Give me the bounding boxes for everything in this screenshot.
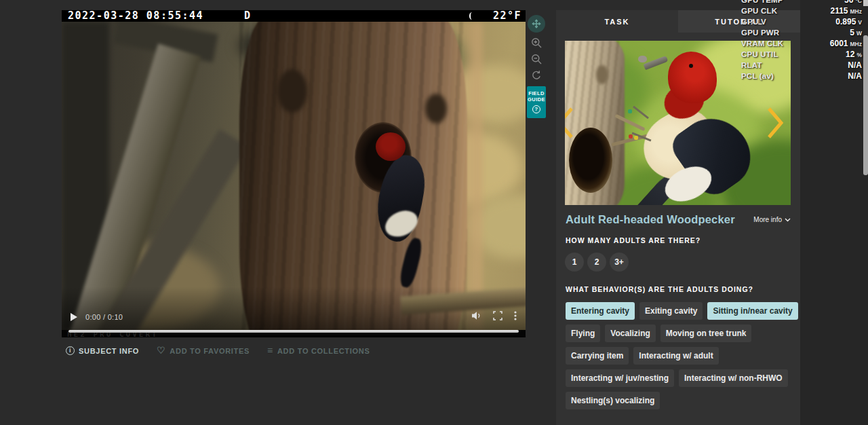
collections-icon: ≡ (267, 346, 273, 355)
bark-knot (425, 94, 447, 124)
zoom-out-icon[interactable] (530, 53, 542, 65)
scrollbar-thumb[interactable] (863, 35, 868, 175)
right-background-strip (800, 0, 868, 425)
count-option-button[interactable]: 2 (587, 253, 606, 272)
more-info-label: More info (753, 216, 782, 223)
behavior-button[interactable]: Interacting w/ juv/nesting (566, 369, 674, 387)
task-tab-bar: TASK TUTORIAL (556, 10, 800, 33)
count-options: 123+ (565, 253, 629, 272)
viewer-tools: FIELD GUIDE ? (527, 15, 546, 118)
tree-trunk-highlight (452, 22, 482, 330)
behavior-button[interactable]: Flying (566, 325, 600, 342)
behavior-options: Entering cavityExiting cavitySitting in/… (566, 302, 800, 414)
osd-mode-flag: D (244, 10, 252, 22)
more-options-icon[interactable] (514, 311, 517, 323)
behavior-button[interactable]: Interacting w/ non-RHWO (679, 369, 788, 387)
reset-view-icon[interactable] (530, 69, 542, 81)
camera-osd-bar: 2022-03-28 08:55:44 D 22°F (62, 10, 526, 22)
field-guide-label: GUIDE (527, 96, 546, 103)
task-panel: TASK TUTORIAL Adult (556, 10, 800, 425)
behavior-button[interactable]: Vocalizing (605, 325, 655, 342)
more-info-toggle[interactable]: More info (753, 216, 791, 223)
video-progress-bar[interactable] (68, 330, 519, 333)
photo-nest-cavity (569, 128, 612, 193)
behavior-button[interactable]: Interacting w/ adult (633, 347, 718, 365)
chevron-down-icon (785, 218, 791, 222)
play-button[interactable] (71, 313, 77, 321)
photo-bird-beak (644, 56, 669, 70)
volume-icon[interactable] (471, 311, 481, 323)
leg-band-yellow (634, 136, 638, 140)
zoom-in-icon[interactable] (530, 37, 542, 49)
field-guide-button[interactable]: FIELD GUIDE ? (527, 86, 546, 118)
osd-temperature: 22°F (493, 10, 521, 22)
behavior-button[interactable]: Nestling(s) vocalizing (566, 392, 660, 409)
photo-food-item (638, 56, 647, 62)
count-option-button[interactable]: 3+ (610, 253, 629, 272)
behavior-button[interactable]: Entering cavity (566, 302, 635, 320)
fullscreen-icon[interactable] (493, 311, 502, 323)
add-to-collections-label: ADD TO COLLECTIONS (277, 347, 370, 355)
add-to-favorites-label: ADD TO FAVORITES (170, 347, 250, 355)
video-controls-bar: 0:00 / 0:10 (62, 308, 526, 327)
behavior-button[interactable]: Exiting cavity (639, 302, 703, 320)
scrollbar-top[interactable] (863, 0, 868, 6)
field-guide-photo (565, 41, 791, 205)
photo-bark-hole (596, 65, 608, 84)
field-guide-label: FIELD (527, 90, 546, 96)
pan-tool-button[interactable] (528, 15, 545, 33)
leg-band-green (628, 109, 632, 113)
carousel-prev-icon[interactable] (565, 106, 574, 143)
info-icon: i (66, 346, 75, 355)
help-icon: ? (532, 105, 540, 113)
tab-tutorial[interactable]: TUTORIAL (678, 10, 800, 33)
add-to-collections-button[interactable]: ≡ ADD TO COLLECTIONS (267, 346, 370, 355)
tab-task[interactable]: TASK (556, 10, 678, 33)
woodpecker-red-head (376, 132, 406, 161)
tree-bark-texture (239, 22, 467, 330)
behavior-button[interactable]: Sitting in/near cavity (707, 302, 797, 320)
video-time-display: 0:00 / 0:10 (85, 313, 123, 321)
behavior-button[interactable]: Moving on tree trunk (660, 325, 752, 342)
subject-video-player[interactable]: 2022-03-28 08:55:44 D 22°F 0:00 / 0:10 H… (62, 10, 526, 337)
heart-icon: ♡ (157, 346, 165, 355)
moon-phase-icon (469, 12, 475, 20)
add-to-favorites-button[interactable]: ♡ ADD TO FAVORITES (157, 346, 250, 355)
osd-timestamp: 2022-03-28 08:55:44 (68, 10, 203, 22)
photo-bird-red-head (668, 52, 717, 103)
carousel-next-icon[interactable] (766, 106, 787, 143)
count-option-button[interactable]: 1 (565, 253, 584, 272)
subject-toolbar: i SUBJECT INFO ♡ ADD TO FAVORITES ≡ ADD … (66, 346, 370, 355)
photo-bird-eye (689, 64, 693, 68)
leg-band-red (629, 134, 633, 138)
bark-knot (277, 69, 307, 113)
species-title: Adult Red-headed Woodpecker (566, 213, 735, 226)
trailcam-video-frame[interactable] (62, 22, 526, 330)
question-how-many-adults: HOW MANY ADULTS ARE THERE? (566, 236, 701, 244)
subject-info-label: SUBJECT INFO (79, 347, 139, 355)
subject-info-button[interactable]: i SUBJECT INFO (66, 346, 139, 355)
behavior-button[interactable]: Carrying item (566, 347, 629, 365)
question-behaviors: WHAT BEHAVIOR(S) ARE THE ADULTS DOING? (566, 285, 753, 293)
